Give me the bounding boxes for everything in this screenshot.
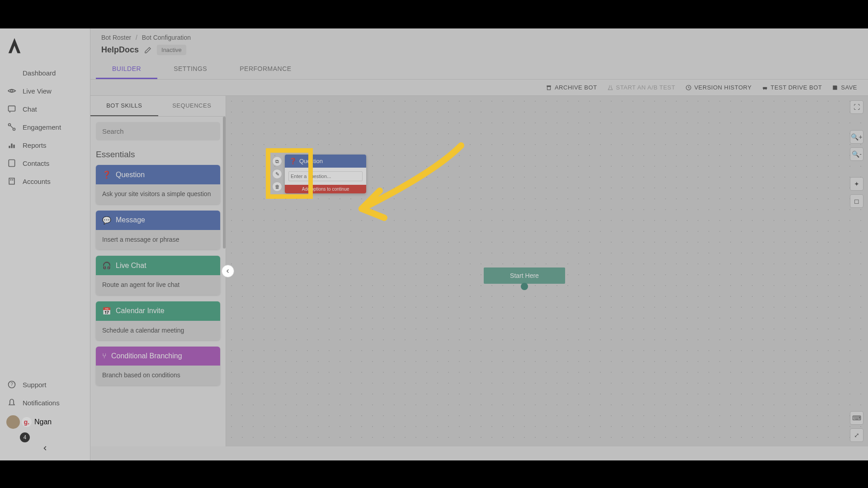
keyboard-button[interactable]: ⌨ bbox=[850, 411, 863, 425]
skill-calendar-invite[interactable]: 📅Calendar Invite Schedule a calendar mee… bbox=[96, 301, 220, 341]
nav-dashboard[interactable]: Dashboard bbox=[0, 64, 90, 82]
bell-icon bbox=[7, 398, 16, 407]
nav-notifications[interactable]: Notifications bbox=[0, 394, 90, 412]
zoom-out-icon: 🔍- bbox=[852, 150, 862, 158]
snap-button[interactable]: ✦ bbox=[850, 177, 863, 191]
toolbar: ARCHIVE BOT START AN A/B TEST VERSION HI… bbox=[90, 80, 868, 96]
nav-label: Contacts bbox=[23, 160, 49, 167]
svg-rect-10 bbox=[12, 179, 14, 181]
flask-icon bbox=[607, 84, 613, 91]
snap-icon: ✦ bbox=[854, 180, 859, 188]
nav-label: Chat bbox=[23, 105, 37, 113]
sidebar: Dashboard Live View Chat Engagement Repo… bbox=[0, 28, 90, 460]
trash-icon: 🗑 bbox=[275, 184, 280, 189]
start-node[interactable]: Start Here bbox=[484, 267, 565, 284]
question-icon: ❓ bbox=[289, 158, 297, 164]
car-icon bbox=[762, 84, 768, 91]
node-edit-button[interactable]: ✎ bbox=[272, 169, 282, 179]
node-warning: Add options to continue bbox=[285, 185, 366, 193]
nav-contacts[interactable]: Contacts bbox=[0, 154, 90, 172]
archive-bot-button[interactable]: ARCHIVE BOT bbox=[546, 84, 597, 91]
skill-question[interactable]: ❓Question Ask your site visitors a simpl… bbox=[96, 165, 220, 204]
node-copy-button[interactable]: ⧉ bbox=[272, 156, 282, 166]
chevron-left-icon bbox=[42, 445, 48, 451]
svg-rect-7 bbox=[9, 160, 14, 167]
node-question-input[interactable] bbox=[288, 171, 363, 181]
scrollbar[interactable] bbox=[223, 117, 226, 249]
zoom-in-button[interactable]: 🔍+ bbox=[850, 130, 863, 144]
copy-icon: ⧉ bbox=[275, 159, 279, 164]
app-badge: g. bbox=[22, 417, 32, 427]
svg-rect-5 bbox=[11, 144, 12, 148]
notification-count: 4 bbox=[20, 432, 30, 442]
nav-support[interactable]: ? Support bbox=[0, 375, 90, 394]
pencil-icon: ✎ bbox=[275, 171, 279, 177]
tab-bot-skills[interactable]: BOT SKILLS bbox=[90, 96, 158, 116]
user-name: Ngan bbox=[34, 418, 52, 426]
breadcrumb: Bot Roster / Bot Configuration bbox=[90, 28, 868, 43]
start-node-connector[interactable] bbox=[521, 283, 528, 290]
nav-live-view[interactable]: Live View bbox=[0, 82, 90, 100]
nav-accounts[interactable]: Accounts bbox=[0, 172, 90, 190]
nav-reports[interactable]: Reports bbox=[0, 136, 90, 154]
ab-test-button: START AN A/B TEST bbox=[607, 84, 675, 91]
canvas[interactable]: Start Here ⧉ ✎ 🗑 ❓Question Add options t… bbox=[226, 96, 868, 446]
skill-message[interactable]: 💬Message Insert a message or phrase bbox=[96, 211, 220, 250]
save-button[interactable]: SAVE bbox=[832, 84, 857, 91]
section-heading: Essentials bbox=[96, 150, 220, 160]
svg-point-18 bbox=[765, 89, 766, 89]
tab-settings[interactable]: SETTINGS bbox=[157, 60, 223, 79]
user-profile[interactable]: g. Ngan bbox=[0, 412, 90, 432]
svg-point-3 bbox=[13, 128, 15, 131]
save-icon bbox=[832, 84, 838, 91]
test-drive-button[interactable]: TEST DRIVE BOT bbox=[762, 84, 822, 91]
maximize-icon: ⤢ bbox=[854, 432, 859, 439]
nav-label: Notifications bbox=[23, 399, 60, 407]
search-input[interactable] bbox=[96, 122, 220, 141]
skill-live-chat[interactable]: 🎧Live Chat Route an agent for live chat bbox=[96, 256, 220, 295]
message-icon: 💬 bbox=[102, 216, 111, 225]
bot-title: HelpDocs bbox=[101, 45, 139, 55]
svg-rect-14 bbox=[547, 86, 550, 89]
calendar-icon: 📅 bbox=[102, 307, 111, 315]
main-tabs: BUILDER SETTINGS PERFORMANCE bbox=[90, 60, 868, 80]
zoom-out-button[interactable]: 🔍- bbox=[850, 147, 863, 161]
breadcrumb-root[interactable]: Bot Roster bbox=[101, 34, 131, 41]
keyboard-icon: ⌨ bbox=[852, 414, 861, 422]
nav-label: Dashboard bbox=[23, 69, 56, 77]
engagement-icon bbox=[7, 122, 16, 131]
expand-icon: ⛶ bbox=[854, 103, 860, 111]
nav-label: Support bbox=[23, 381, 47, 389]
nav-engagement[interactable]: Engagement bbox=[0, 118, 90, 136]
nav-label: Accounts bbox=[23, 178, 51, 185]
svg-text:?: ? bbox=[10, 382, 13, 387]
expand-view-button[interactable]: ⤢ bbox=[850, 428, 863, 442]
pencil-icon[interactable] bbox=[144, 47, 151, 54]
panel-collapse-button[interactable] bbox=[222, 265, 234, 277]
svg-point-2 bbox=[9, 124, 11, 126]
archive-icon bbox=[546, 84, 552, 91]
building-icon bbox=[7, 177, 16, 186]
tab-sequences[interactable]: SEQUENCES bbox=[158, 96, 226, 116]
tab-performance[interactable]: PERFORMANCE bbox=[223, 60, 307, 79]
question-icon: ❓ bbox=[102, 170, 111, 179]
skill-conditional-branching[interactable]: ⑂Conditional Branching Branch based on c… bbox=[96, 347, 220, 385]
nav-label: Live View bbox=[23, 87, 52, 95]
question-node[interactable]: ❓Question Add options to continue bbox=[285, 155, 366, 193]
fullscreen-button[interactable]: ⛶ bbox=[850, 100, 863, 114]
version-history-button[interactable]: VERSION HISTORY bbox=[685, 84, 752, 91]
history-icon bbox=[685, 84, 692, 91]
eye-icon bbox=[7, 86, 16, 95]
dashboard-icon bbox=[7, 68, 16, 77]
svg-rect-9 bbox=[10, 179, 12, 181]
tab-builder[interactable]: BUILDER bbox=[96, 60, 157, 79]
fit-button[interactable]: ◻ bbox=[850, 194, 863, 208]
chevron-left-icon bbox=[225, 268, 231, 274]
branch-icon: ⑂ bbox=[102, 352, 107, 360]
node-delete-button[interactable]: 🗑 bbox=[272, 182, 282, 192]
status-badge: Inactive bbox=[157, 45, 186, 55]
sidebar-collapse[interactable] bbox=[0, 442, 90, 456]
svg-rect-8 bbox=[9, 178, 14, 184]
nav-chat[interactable]: Chat bbox=[0, 100, 90, 118]
chat-icon bbox=[7, 104, 16, 113]
